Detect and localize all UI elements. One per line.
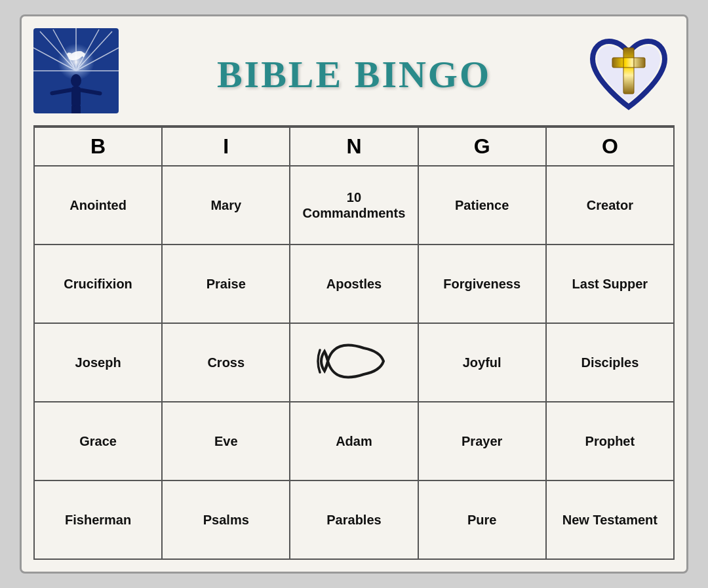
- cell-o3: Disciples: [546, 323, 674, 402]
- cell-g3: Joyful: [418, 323, 546, 402]
- col-i: I: [162, 127, 290, 166]
- cell-o4: Prophet: [546, 402, 674, 480]
- svg-point-13: [71, 74, 81, 87]
- table-row: Fisherman Psalms Parables Pure New Testa…: [34, 480, 674, 559]
- table-row: Joseph Cross Joy: [34, 323, 674, 402]
- cell-g2: Forgiveness: [418, 245, 546, 323]
- fish-icon: [315, 332, 393, 391]
- cell-n2: Apostles: [290, 245, 418, 323]
- cell-n1: 10 Commandments: [290, 166, 418, 245]
- col-o: O: [546, 127, 674, 166]
- cell-b4: Grace: [34, 402, 162, 480]
- col-b: B: [34, 127, 162, 166]
- cell-b5: Fisherman: [34, 480, 162, 559]
- cell-n3-free fish-cell: [290, 323, 418, 402]
- table-row: Grace Eve Adam Prayer Prophet: [34, 402, 674, 480]
- svg-line-23: [324, 351, 328, 361]
- table-row: Anointed Mary 10 Commandments Patience C…: [34, 166, 674, 245]
- cell-i5: Psalms: [162, 480, 290, 559]
- cell-g5: Pure: [418, 480, 546, 559]
- cell-b2: Crucifixion: [34, 245, 162, 323]
- page-title: BIBLE BINGO: [125, 52, 583, 96]
- cell-b3: Joseph: [34, 323, 162, 402]
- col-g: G: [418, 127, 546, 166]
- svg-rect-18: [74, 105, 81, 113]
- card-header: BIBLE BINGO: [33, 28, 675, 127]
- cell-i3: Cross: [162, 323, 290, 402]
- svg-rect-14: [71, 87, 81, 106]
- cell-n5: Parables: [290, 480, 418, 559]
- cell-n4: Adam: [290, 402, 418, 480]
- cell-b1: Anointed: [34, 166, 162, 245]
- cell-i1: Mary: [162, 166, 290, 245]
- col-n: N: [290, 127, 418, 166]
- bingo-card: BIBLE BINGO: [20, 14, 688, 574]
- svg-line-24: [324, 361, 328, 371]
- svg-rect-19: [623, 48, 634, 94]
- cell-g4: Prayer: [418, 402, 546, 480]
- cell-o1: Creator: [546, 166, 674, 245]
- cell-o2: Last Supper: [546, 245, 674, 323]
- cell-i2: Praise: [162, 245, 290, 323]
- cell-g1: Patience: [418, 166, 546, 245]
- right-icon: [583, 28, 675, 120]
- left-logo: [33, 28, 125, 120]
- bingo-grid: B I N G O Anointed Mary 10 Commandments …: [33, 127, 675, 560]
- cell-o5: New Testament: [546, 480, 674, 559]
- svg-rect-20: [612, 58, 645, 68]
- table-row: Crucifixion Praise Apostles Forgiveness …: [34, 245, 674, 323]
- cell-i4: Eve: [162, 402, 290, 480]
